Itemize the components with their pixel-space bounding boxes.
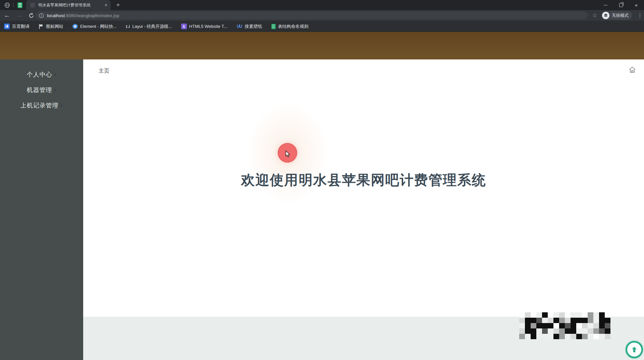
site-info-icon[interactable]	[39, 13, 44, 18]
watermark-cell	[565, 328, 571, 334]
tab-title: 明水县苹果网吧计费管理系统	[38, 2, 91, 8]
pinned-tab-sheet[interactable]	[17, 2, 23, 8]
watermark-cell	[536, 318, 542, 323]
watermark-cell	[536, 323, 542, 328]
chevron-down-icon: ▾	[61, 103, 63, 108]
bookmark-layui[interactable]: Li Layui - 经典开源模...	[126, 24, 172, 30]
baidu-translate-icon: 译	[4, 24, 10, 29]
layui-icon: Li	[126, 24, 130, 29]
bookmark-html5-template[interactable]: 5 HTML5 Website T...	[181, 24, 227, 29]
watermark-cell	[548, 328, 553, 334]
sheet-icon	[271, 24, 276, 29]
watermark-cell	[576, 328, 582, 334]
chevron-down-icon: ▾	[54, 88, 57, 92]
watermark-cell	[571, 334, 576, 339]
watermark-cell	[605, 328, 610, 334]
new-tab-button[interactable]: +	[114, 1, 122, 9]
bookmark-baidu-translate[interactable]: 译 百度翻译	[4, 24, 30, 30]
window-controls: ×	[598, 0, 644, 10]
flag-icon	[39, 24, 44, 29]
bookmark-icon-site[interactable]: 图标网站	[39, 24, 63, 30]
watermark-cell	[542, 318, 548, 323]
sidebar-item-session-records[interactable]: 上机记录管理 ▾	[0, 98, 83, 113]
watermark-cell	[593, 312, 599, 318]
bookmark-star-icon[interactable]: ☆	[590, 12, 599, 19]
watermark-cell	[531, 312, 536, 318]
chevron-down-icon: ▾	[54, 73, 57, 77]
back-to-top-button[interactable]	[626, 341, 643, 358]
watermark-cell	[519, 323, 525, 328]
watermark-cell	[582, 312, 588, 318]
address-bar[interactable]: localhost:8080/wangbajifei/index.jsp	[36, 11, 588, 19]
watermark-cell	[548, 323, 553, 328]
watermark-cell	[525, 318, 531, 323]
watermark-cell	[605, 323, 610, 328]
element-icon	[72, 24, 78, 29]
watermark-cell	[571, 312, 576, 318]
sidebar-item-label: 上机记录管理	[20, 101, 59, 109]
watermark-cell	[553, 328, 559, 334]
welcome-heading: 欢迎使用明水县苹果网吧计费管理系统	[83, 171, 644, 189]
cursor-highlight	[278, 143, 297, 163]
watermark-cell	[565, 334, 571, 339]
watermark-cell	[582, 328, 588, 334]
watermark-cell	[576, 323, 582, 328]
watermark-cell	[593, 318, 599, 323]
watermark-cell	[559, 334, 565, 339]
watermark-cell	[576, 312, 582, 318]
app-header: 明水县苹果网吧计费管理系统	[0, 32, 644, 59]
watermark-cell	[576, 334, 582, 339]
back-button[interactable]: ←	[2, 10, 12, 21]
watermark-cell	[542, 328, 548, 334]
forward-button[interactable]: →	[14, 10, 24, 21]
bookmark-wallpaper[interactable]: 搜素壁纸	[236, 24, 262, 30]
minimize-icon	[604, 5, 607, 5]
minimize-button[interactable]	[598, 0, 613, 10]
restore-button[interactable]	[613, 0, 629, 10]
watermark-cell	[542, 312, 548, 318]
browser-tab[interactable]: 明水县苹果网吧计费管理系统 ×	[26, 0, 111, 10]
bookmark-table-naming[interactable]: 表结构命名规则	[271, 24, 309, 30]
url-host: localhost	[47, 13, 65, 18]
watermark-cell	[548, 334, 553, 339]
watermark-cell	[593, 323, 599, 328]
watermark-cell	[582, 318, 588, 323]
watermark-cell	[553, 323, 559, 328]
browser-menu-button[interactable]: ⋮	[637, 11, 643, 19]
watermark-cell	[548, 312, 553, 318]
watermark-cell	[599, 334, 605, 339]
bookmark-element[interactable]: Element - 网站快...	[72, 24, 117, 30]
window-close-button[interactable]: ×	[629, 0, 644, 10]
watermark-cell	[599, 323, 605, 328]
watermark-cell	[571, 328, 576, 334]
watermark-cell	[542, 334, 548, 339]
spreadsheet-icon	[17, 2, 22, 8]
sidebar-item-machine-management[interactable]: 机器管理 ▾	[0, 82, 83, 98]
tab-separator	[13, 3, 13, 7]
watermark-cell	[553, 312, 559, 318]
sidebar-item-personal-center[interactable]: 个人中心 ▾	[0, 67, 83, 82]
watermark-cell	[525, 323, 531, 328]
watermark-cell	[531, 334, 536, 339]
watermark-cell	[588, 323, 593, 328]
watermark-cell	[588, 328, 593, 334]
pinned-tab-globe[interactable]	[4, 2, 10, 8]
watermark-cell	[559, 323, 565, 328]
watermark-cell	[525, 328, 531, 334]
sidebar-item-label: 个人中心	[27, 71, 52, 79]
cursor-icon	[285, 150, 292, 158]
tab-strip: 明水县苹果网吧计费管理系统 × + ×	[0, 0, 644, 10]
browser-toolbar: ← → localhost:8080/wangbajifei/index.jsp…	[0, 10, 644, 21]
bookmarks-bar: 译 百度翻译 图标网站 Element - 网站快... Li Layui - …	[0, 21, 644, 32]
reload-button[interactable]	[26, 10, 36, 21]
home-icon[interactable]	[629, 66, 636, 75]
watermark-cell	[593, 328, 599, 334]
tab-favicon	[30, 3, 35, 7]
watermark-cell	[605, 312, 610, 318]
watermark-cell	[588, 334, 593, 339]
globe-icon	[4, 2, 10, 8]
breadcrumb-home-tab[interactable]: 主页	[99, 68, 109, 75]
watermark-cell	[593, 334, 599, 339]
tab-close-icon[interactable]: ×	[105, 3, 107, 7]
watermark-cell	[605, 318, 610, 323]
